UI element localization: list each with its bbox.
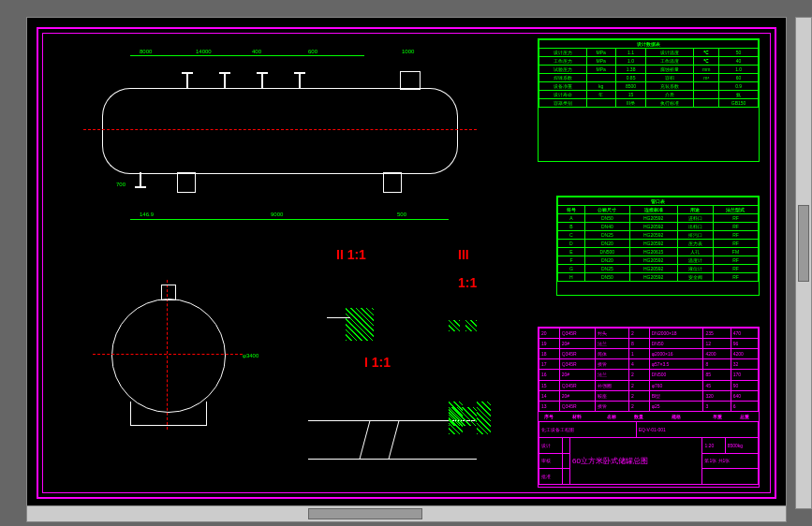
detail-2 [327,308,374,341]
cell: 人孔 [677,248,713,256]
cell: DN20 [584,256,629,265]
tank-elevation [102,69,458,191]
nozzle [224,74,226,88]
drawing-canvas[interactable]: 8000 14000 400 600 9000 1000 500 700 146… [26,17,787,509]
table-row: 20Q345R封头2DN2000×18235470 [539,329,759,339]
cell: 19 [539,339,560,349]
scroll-thumb[interactable] [308,508,422,519]
cad-viewport: 8000 14000 400 600 9000 1000 500 700 146… [0,0,812,526]
dim: 1000 [402,49,414,54]
dim: 400 [252,49,261,54]
cell: Q345R [559,349,595,359]
cell: 工作温度 [646,57,694,66]
cell: 设备净重 [539,82,587,91]
cell: 温度计 [677,256,713,265]
saddle-section [130,402,207,426]
cell: DN50 [649,339,703,349]
cell: HG20592 [629,265,677,273]
cell: φ760 [649,380,703,390]
section-label-3: III [458,247,469,262]
cell: 腐蚀裕量 [646,66,694,74]
cell: Q345R [559,359,595,370]
cell: 20# [559,390,595,401]
cell: C [558,231,585,240]
scrollbar-vertical[interactable] [795,17,812,509]
cell: 320 [703,390,731,401]
cell: HG20592 [629,223,677,231]
section-label-1: I 1:1 [364,355,391,370]
design-data-table: 设计数据表 设计压力MPa1.1设计温度℃50工作压力MPa1.0工作温度℃40… [538,38,760,162]
top-nozzle-section [161,285,176,300]
project: 化工设备工程图 [539,422,637,438]
drawing-no: EQ-V-01-001 [636,422,758,438]
break-line [360,421,400,459]
cell: BI型 [649,390,703,401]
cell: 容积 [646,74,694,82]
header-cell: 规格 [649,411,703,421]
cell: 安全阀 [677,273,713,282]
cell: 试验压力 [539,66,587,74]
cell: 4200 [703,349,731,359]
cell: 4 [628,359,649,370]
table-row: 容器类别III类执行标准GB150 [539,99,759,108]
detail-3 [449,313,477,336]
header-cell: 单重 [703,411,731,421]
table-title: 设计数据表 [539,40,759,49]
table-row: ADN50HG20592进料口RF [558,214,759,223]
tank-head-right [429,88,458,174]
cell: 接管 [595,401,628,411]
cell: DN2000×18 [649,329,703,339]
cell: 接管 [595,359,628,370]
table-row: EDN500HG20615人孔FM [558,248,759,256]
cell: 90 [731,380,758,390]
lbl: 批准 [539,469,563,485]
cell: RF [713,256,758,265]
table-row: 焊缝系数0.85容积m³60 [539,74,759,82]
table-row: 1420#鞍座2BI型320640 [539,390,759,401]
cell: B [558,223,585,231]
cell: 氨 [719,91,759,99]
cell [694,82,719,91]
scale: 1:20 [702,437,725,453]
saddle-right [383,172,402,193]
table-row: 试验压力MPa1.38腐蚀裕量mm1.0 [539,66,759,74]
cell: 补强圈 [595,380,628,390]
cell: DN50 [584,273,629,282]
table-row: 1920#法兰8DN501296 [539,339,759,349]
cell: 18 [539,349,560,359]
cell: φ57×3.5 [649,359,703,370]
cell: 6 [731,401,758,411]
cell: 设计温度 [646,49,694,57]
nozzle [186,74,188,88]
centerline-h [83,129,477,130]
cell: kg [586,82,615,91]
cell: RF [713,223,758,231]
cell: 液位计 [677,265,713,273]
dim: 600 [308,49,317,54]
cell: 2 [628,370,649,380]
cell: 出料口 [677,223,713,231]
cell: DN50 [584,214,629,223]
scrollbar-horizontal[interactable] [26,505,787,522]
scroll-thumb[interactable] [798,205,809,282]
cell: 32 [731,359,758,370]
drain-nozzle [140,172,141,186]
cell: RF [713,265,758,273]
hatch [346,308,374,341]
cell [586,99,615,108]
table-row: GDN25HG20592液位计RF [558,265,759,273]
cell: HG20592 [629,273,677,282]
cell: F [558,256,585,265]
nozzle-table: 管口表 符号公称尺寸连接标准用途法兰型式 ADN50HG20592进料口RFBD… [556,196,760,296]
weight: 8500kg [725,437,758,453]
cell: 焊缝系数 [539,74,587,82]
cell: MPa [586,57,615,66]
cell: HG20592 [629,214,677,223]
header-cell: 用途 [677,206,713,214]
cell: 1.1 [615,49,646,57]
cell: 2 [628,390,649,401]
header-cell: 材料 [559,411,595,421]
cell: DN500 [584,248,629,256]
header-cell: 公称尺寸 [584,206,629,214]
flange [135,186,146,188]
